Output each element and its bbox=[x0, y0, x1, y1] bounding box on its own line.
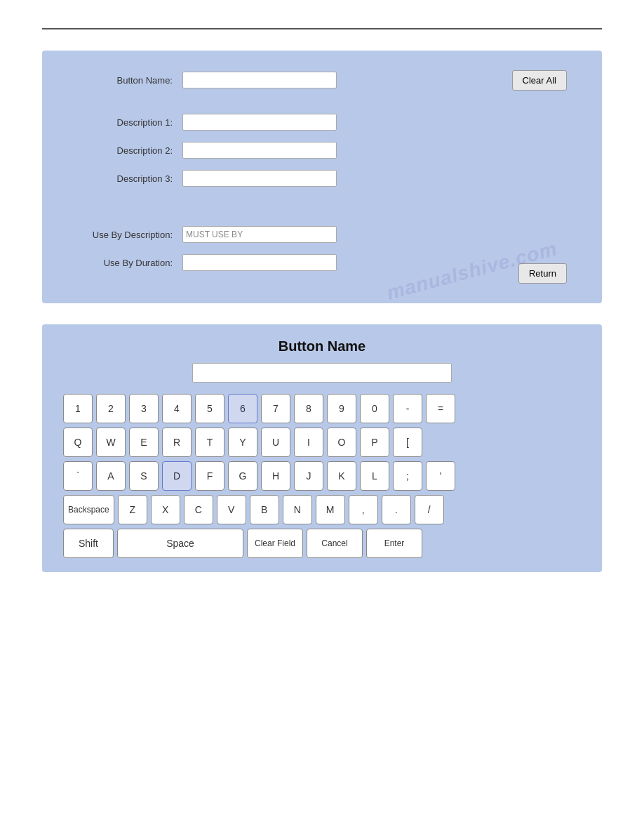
key-8[interactable]: 8 bbox=[294, 394, 323, 423]
description1-row: Description 1: bbox=[70, 114, 574, 131]
key-period[interactable]: . bbox=[382, 495, 411, 524]
key-q[interactable]: Q bbox=[63, 428, 93, 457]
key-r[interactable]: R bbox=[162, 428, 192, 457]
description2-input[interactable] bbox=[182, 142, 337, 159]
keyboard-display-input[interactable] bbox=[192, 363, 452, 383]
keyboard-rows: 1 2 3 4 5 6 7 8 9 0 - = Q W E R T Y bbox=[56, 394, 588, 524]
key-s[interactable]: S bbox=[129, 461, 159, 491]
key-u[interactable]: U bbox=[261, 428, 290, 457]
description3-input[interactable] bbox=[182, 170, 337, 187]
keyboard-title: Button Name bbox=[56, 338, 588, 355]
key-l[interactable]: L bbox=[360, 461, 389, 491]
use-by-desc-row: Use By Description: bbox=[70, 226, 574, 243]
clear-all-button[interactable]: Clear All bbox=[512, 70, 567, 91]
key-f[interactable]: F bbox=[195, 461, 224, 491]
use-by-duration-label: Use By Duration: bbox=[70, 258, 182, 268]
page-content: Button Name: Description 1: Description … bbox=[0, 29, 644, 614]
key-row-numbers: 1 2 3 4 5 6 7 8 9 0 - = bbox=[63, 394, 455, 423]
key-x[interactable]: X bbox=[151, 495, 180, 524]
key-5[interactable]: 5 bbox=[195, 394, 224, 423]
use-by-duration-input[interactable] bbox=[182, 254, 337, 271]
key-3[interactable]: 3 bbox=[129, 394, 159, 423]
key-7[interactable]: 7 bbox=[261, 394, 290, 423]
key-bracket-left[interactable]: [ bbox=[393, 428, 422, 457]
key-row-qwerty: Q W E R T Y U I O P [ bbox=[63, 428, 422, 457]
key-backspace[interactable]: Backspace bbox=[63, 495, 114, 524]
form-panel: Button Name: Description 1: Description … bbox=[42, 51, 602, 303]
key-slash[interactable]: / bbox=[415, 495, 444, 524]
key-row-zxcv: Backspace Z X C V B N M , . / bbox=[63, 495, 444, 524]
description2-label: Description 2: bbox=[70, 145, 182, 156]
key-y[interactable]: Y bbox=[228, 428, 257, 457]
key-comma[interactable]: , bbox=[349, 495, 378, 524]
key-enter[interactable]: Enter bbox=[366, 529, 422, 558]
key-clear-field[interactable]: Clear Field bbox=[247, 529, 303, 558]
key-n[interactable]: N bbox=[283, 495, 312, 524]
key-i[interactable]: I bbox=[294, 428, 323, 457]
button-name-label: Button Name: bbox=[70, 75, 182, 86]
key-backtick[interactable]: ` bbox=[63, 461, 93, 491]
key-minus[interactable]: - bbox=[393, 394, 422, 423]
key-o[interactable]: O bbox=[327, 428, 356, 457]
button-name-row: Button Name: bbox=[70, 72, 574, 88]
key-a[interactable]: A bbox=[96, 461, 126, 491]
key-4[interactable]: 4 bbox=[162, 394, 192, 423]
use-by-desc-input[interactable] bbox=[182, 226, 337, 243]
keyboard-panel: Button Name 1 2 3 4 5 6 7 8 9 0 - = bbox=[42, 324, 602, 572]
key-9[interactable]: 9 bbox=[327, 394, 356, 423]
key-1[interactable]: 1 bbox=[63, 394, 93, 423]
key-c[interactable]: C bbox=[184, 495, 213, 524]
key-e[interactable]: E bbox=[129, 428, 159, 457]
use-by-duration-row: Use By Duration: bbox=[70, 254, 574, 271]
key-g[interactable]: G bbox=[228, 461, 257, 491]
key-j[interactable]: J bbox=[294, 461, 323, 491]
key-2[interactable]: 2 bbox=[96, 394, 126, 423]
keyboard-bottom-row: Shift Space Clear Field Cancel Enter bbox=[56, 529, 588, 558]
keyboard-input-row bbox=[56, 363, 588, 383]
description3-label: Description 3: bbox=[70, 173, 182, 184]
key-space[interactable]: Space bbox=[117, 529, 243, 558]
key-z[interactable]: Z bbox=[118, 495, 147, 524]
key-p[interactable]: P bbox=[360, 428, 389, 457]
key-0[interactable]: 0 bbox=[360, 394, 389, 423]
key-w[interactable]: W bbox=[96, 428, 126, 457]
key-v[interactable]: V bbox=[217, 495, 246, 524]
key-t[interactable]: T bbox=[195, 428, 224, 457]
description1-label: Description 1: bbox=[70, 117, 182, 128]
key-row-asdf: ` A S D F G H J K L ; ' bbox=[63, 461, 455, 491]
button-name-input[interactable] bbox=[182, 72, 337, 88]
key-d[interactable]: D bbox=[162, 461, 192, 491]
return-button[interactable]: Return bbox=[518, 263, 567, 284]
key-semicolon[interactable]: ; bbox=[393, 461, 422, 491]
description2-row: Description 2: bbox=[70, 142, 574, 159]
key-m[interactable]: M bbox=[316, 495, 345, 524]
key-equals[interactable]: = bbox=[426, 394, 455, 423]
key-quote[interactable]: ' bbox=[426, 461, 455, 491]
key-cancel[interactable]: Cancel bbox=[307, 529, 363, 558]
description3-row: Description 3: bbox=[70, 170, 574, 187]
key-6[interactable]: 6 bbox=[228, 394, 257, 423]
key-shift[interactable]: Shift bbox=[63, 529, 114, 558]
key-k[interactable]: K bbox=[327, 461, 356, 491]
key-b[interactable]: B bbox=[250, 495, 279, 524]
use-by-desc-label: Use By Description: bbox=[70, 230, 182, 240]
key-h[interactable]: H bbox=[261, 461, 290, 491]
description1-input[interactable] bbox=[182, 114, 337, 131]
